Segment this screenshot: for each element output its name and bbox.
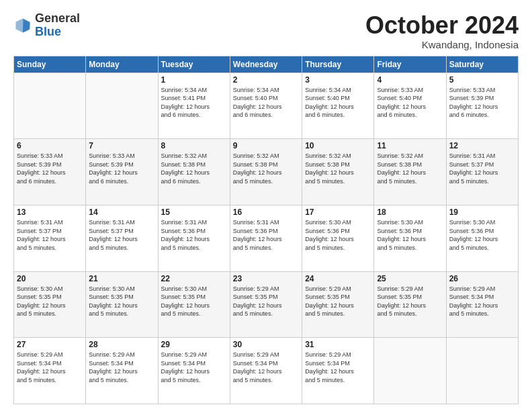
col-monday: Monday (86, 56, 158, 73)
svg-marker-1 (16, 18, 24, 32)
calendar-cell: 16Sunrise: 5:31 AM Sunset: 5:36 PM Dayli… (230, 205, 302, 271)
day-number: 10 (305, 141, 371, 150)
calendar-week-4: 20Sunrise: 5:30 AM Sunset: 5:35 PM Dayli… (14, 271, 519, 338)
day-number: 16 (233, 208, 299, 217)
day-info: Sunrise: 5:34 AM Sunset: 5:41 PM Dayligh… (161, 86, 227, 120)
day-number: 12 (449, 141, 515, 150)
calendar-cell: 27Sunrise: 5:29 AM Sunset: 5:34 PM Dayli… (14, 338, 86, 404)
calendar-week-2: 6Sunrise: 5:33 AM Sunset: 5:39 PM Daylig… (14, 139, 519, 205)
calendar-cell: 29Sunrise: 5:29 AM Sunset: 5:34 PM Dayli… (158, 338, 230, 404)
calendar-cell: 28Sunrise: 5:29 AM Sunset: 5:34 PM Dayli… (86, 338, 158, 404)
calendar-cell: 13Sunrise: 5:31 AM Sunset: 5:37 PM Dayli… (14, 205, 86, 271)
day-number: 31 (305, 340, 371, 349)
calendar-cell: 23Sunrise: 5:29 AM Sunset: 5:35 PM Dayli… (230, 271, 302, 338)
calendar-cell: 24Sunrise: 5:29 AM Sunset: 5:35 PM Dayli… (302, 271, 374, 338)
calendar-cell: 11Sunrise: 5:32 AM Sunset: 5:38 PM Dayli… (374, 139, 446, 205)
title-block: October 2024 Kwandang, Indonesia (365, 12, 519, 50)
logo-general: General (35, 12, 80, 26)
day-info: Sunrise: 5:34 AM Sunset: 5:40 PM Dayligh… (233, 86, 299, 120)
day-info: Sunrise: 5:31 AM Sunset: 5:37 PM Dayligh… (89, 218, 154, 252)
calendar-cell (446, 338, 518, 404)
calendar-cell: 15Sunrise: 5:31 AM Sunset: 5:36 PM Dayli… (158, 205, 230, 271)
day-number: 17 (305, 208, 371, 217)
calendar-cell: 25Sunrise: 5:29 AM Sunset: 5:35 PM Dayli… (374, 271, 446, 338)
calendar-cell: 14Sunrise: 5:31 AM Sunset: 5:37 PM Dayli… (86, 205, 158, 271)
day-info: Sunrise: 5:29 AM Sunset: 5:35 PM Dayligh… (377, 285, 443, 318)
calendar-cell (86, 73, 158, 139)
day-number: 1 (161, 75, 227, 85)
day-number: 20 (17, 274, 83, 283)
day-info: Sunrise: 5:32 AM Sunset: 5:38 PM Dayligh… (233, 152, 299, 185)
calendar-cell: 7Sunrise: 5:33 AM Sunset: 5:39 PM Daylig… (86, 139, 158, 205)
calendar-cell: 21Sunrise: 5:30 AM Sunset: 5:35 PM Dayli… (86, 271, 158, 338)
logo-icon (13, 16, 32, 35)
calendar-cell: 2Sunrise: 5:34 AM Sunset: 5:40 PM Daylig… (230, 73, 302, 139)
day-number: 11 (377, 141, 443, 150)
calendar-cell: 17Sunrise: 5:30 AM Sunset: 5:36 PM Dayli… (302, 205, 374, 271)
calendar-cell: 30Sunrise: 5:29 AM Sunset: 5:34 PM Dayli… (230, 338, 302, 404)
logo-blue: Blue (35, 26, 80, 39)
day-info: Sunrise: 5:32 AM Sunset: 5:38 PM Dayligh… (305, 152, 371, 185)
day-number: 23 (233, 274, 299, 283)
day-info: Sunrise: 5:29 AM Sunset: 5:34 PM Dayligh… (161, 351, 227, 384)
day-number: 19 (449, 208, 515, 217)
col-thursday: Thursday (302, 56, 374, 73)
calendar-cell: 18Sunrise: 5:30 AM Sunset: 5:36 PM Dayli… (374, 205, 446, 271)
calendar-cell: 5Sunrise: 5:33 AM Sunset: 5:39 PM Daylig… (446, 73, 518, 139)
day-info: Sunrise: 5:31 AM Sunset: 5:37 PM Dayligh… (17, 218, 83, 252)
calendar-cell: 3Sunrise: 5:34 AM Sunset: 5:40 PM Daylig… (302, 73, 374, 139)
day-info: Sunrise: 5:29 AM Sunset: 5:34 PM Dayligh… (449, 285, 515, 318)
calendar-header-row: Sunday Monday Tuesday Wednesday Thursday… (14, 56, 519, 73)
day-number: 30 (233, 340, 299, 349)
day-number: 25 (377, 274, 443, 283)
day-info: Sunrise: 5:32 AM Sunset: 5:38 PM Dayligh… (161, 152, 227, 185)
day-info: Sunrise: 5:33 AM Sunset: 5:40 PM Dayligh… (377, 86, 443, 120)
calendar-cell: 26Sunrise: 5:29 AM Sunset: 5:34 PM Dayli… (446, 271, 518, 338)
calendar-cell: 9Sunrise: 5:32 AM Sunset: 5:38 PM Daylig… (230, 139, 302, 205)
day-number: 28 (89, 340, 154, 349)
day-number: 15 (161, 208, 227, 217)
calendar-cell (374, 338, 446, 404)
col-sunday: Sunday (14, 56, 86, 73)
calendar-cell: 31Sunrise: 5:29 AM Sunset: 5:34 PM Dayli… (302, 338, 374, 404)
day-info: Sunrise: 5:29 AM Sunset: 5:35 PM Dayligh… (305, 285, 371, 318)
day-number: 29 (161, 340, 227, 349)
day-info: Sunrise: 5:30 AM Sunset: 5:36 PM Dayligh… (305, 218, 371, 252)
day-info: Sunrise: 5:31 AM Sunset: 5:37 PM Dayligh… (449, 152, 515, 185)
month-title: October 2024 (365, 12, 519, 39)
calendar-cell: 19Sunrise: 5:30 AM Sunset: 5:36 PM Dayli… (446, 205, 518, 271)
page: General Blue October 2024 Kwandang, Indo… (0, 0, 532, 411)
logo: General Blue (13, 12, 80, 39)
day-number: 9 (233, 141, 299, 150)
header: General Blue October 2024 Kwandang, Indo… (13, 12, 519, 50)
day-number: 8 (161, 141, 227, 150)
day-info: Sunrise: 5:29 AM Sunset: 5:34 PM Dayligh… (305, 351, 371, 384)
day-info: Sunrise: 5:30 AM Sunset: 5:35 PM Dayligh… (161, 285, 227, 318)
day-info: Sunrise: 5:30 AM Sunset: 5:35 PM Dayligh… (17, 285, 83, 318)
calendar-cell: 22Sunrise: 5:30 AM Sunset: 5:35 PM Dayli… (158, 271, 230, 338)
logo-text: General Blue (35, 12, 80, 39)
day-info: Sunrise: 5:30 AM Sunset: 5:36 PM Dayligh… (449, 218, 515, 252)
calendar-cell: 10Sunrise: 5:32 AM Sunset: 5:38 PM Dayli… (302, 139, 374, 205)
day-number: 7 (89, 141, 154, 150)
day-info: Sunrise: 5:31 AM Sunset: 5:36 PM Dayligh… (233, 218, 299, 252)
col-wednesday: Wednesday (230, 56, 302, 73)
calendar-cell: 1Sunrise: 5:34 AM Sunset: 5:41 PM Daylig… (158, 73, 230, 139)
day-number: 2 (233, 75, 299, 85)
day-info: Sunrise: 5:34 AM Sunset: 5:40 PM Dayligh… (305, 86, 371, 120)
calendar: Sunday Monday Tuesday Wednesday Thursday… (13, 56, 519, 404)
day-number: 14 (89, 208, 154, 217)
day-number: 26 (449, 274, 515, 283)
calendar-cell: 8Sunrise: 5:32 AM Sunset: 5:38 PM Daylig… (158, 139, 230, 205)
day-number: 18 (377, 208, 443, 217)
day-number: 24 (305, 274, 371, 283)
calendar-cell: 4Sunrise: 5:33 AM Sunset: 5:40 PM Daylig… (374, 73, 446, 139)
day-number: 6 (17, 141, 83, 150)
calendar-cell: 12Sunrise: 5:31 AM Sunset: 5:37 PM Dayli… (446, 139, 518, 205)
day-number: 21 (89, 274, 154, 283)
location-subtitle: Kwandang, Indonesia (365, 39, 519, 50)
day-info: Sunrise: 5:29 AM Sunset: 5:35 PM Dayligh… (233, 285, 299, 318)
day-info: Sunrise: 5:30 AM Sunset: 5:35 PM Dayligh… (89, 285, 154, 318)
calendar-cell: 20Sunrise: 5:30 AM Sunset: 5:35 PM Dayli… (14, 271, 86, 338)
day-number: 4 (377, 75, 443, 85)
